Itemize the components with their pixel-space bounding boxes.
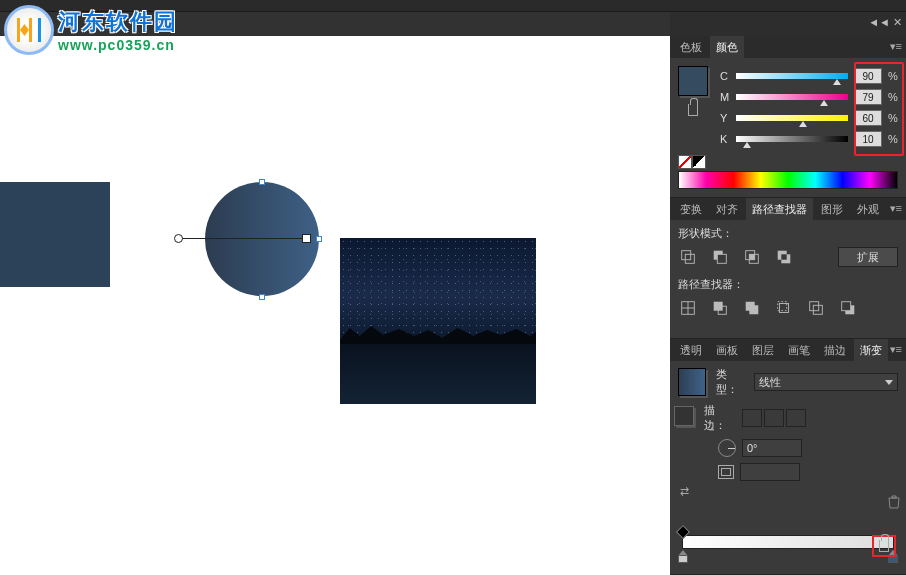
color-spectrum-bar[interactable] xyxy=(678,171,898,189)
panel-collapse-icon[interactable]: ◄◄ ✕ xyxy=(868,16,902,29)
gradient-type-select[interactable]: 线性 xyxy=(754,373,898,391)
svg-rect-20 xyxy=(842,302,851,311)
svg-rect-1 xyxy=(685,254,694,263)
tab-appearance[interactable]: 外观 xyxy=(851,198,885,220)
yellow-value[interactable]: 60 xyxy=(854,110,882,126)
logo-icon xyxy=(11,12,47,48)
svg-rect-9 xyxy=(781,254,786,259)
watermark-logo xyxy=(4,5,54,55)
placed-image[interactable] xyxy=(340,238,536,404)
intersect-icon[interactable] xyxy=(742,247,762,267)
yellow-label: Y xyxy=(720,112,730,124)
lock-icon xyxy=(879,540,889,552)
magenta-value[interactable]: 79 xyxy=(854,89,882,105)
gradient-fill-swatch[interactable] xyxy=(678,368,706,396)
tab-align[interactable]: 对齐 xyxy=(710,198,744,220)
svg-rect-3 xyxy=(717,254,726,263)
fill-color-swatch[interactable] xyxy=(678,66,708,96)
pathfinders-label: 路径查找器： xyxy=(678,277,898,292)
cyan-label: C xyxy=(720,70,730,82)
pathfinder-panel: 变换 对齐 路径查找器 图形 外观 ▾≡ 形状模式： 扩展 路径查找器： xyxy=(670,198,906,339)
artboard[interactable] xyxy=(0,36,670,575)
anchor-point[interactable] xyxy=(259,179,265,185)
svg-rect-17 xyxy=(810,302,819,311)
tab-transform[interactable]: 变换 xyxy=(674,198,708,220)
shape-modes-label: 形状模式： xyxy=(678,226,898,241)
gradient-angle-dial[interactable] xyxy=(718,439,736,457)
crop-icon[interactable] xyxy=(774,298,794,318)
lock-icon xyxy=(688,104,698,116)
cyan-slider[interactable] xyxy=(736,73,848,79)
bw-color-icon[interactable] xyxy=(692,155,706,169)
svg-rect-15 xyxy=(780,304,789,313)
tab-layers[interactable]: 图层 xyxy=(746,339,780,361)
gradient-aspect-field[interactable] xyxy=(740,463,800,481)
gradient-end-handle[interactable] xyxy=(302,234,311,243)
magenta-slider-row: M 79 % xyxy=(720,88,898,106)
rectangle-shape[interactable] xyxy=(0,182,110,287)
svg-rect-18 xyxy=(813,305,822,314)
right-panel-dock: ◄◄ ✕ 色板 颜色 ▾≡ C 90 % M xyxy=(670,12,906,575)
none-color-icon[interactable] xyxy=(678,155,692,169)
minus-back-icon[interactable] xyxy=(838,298,858,318)
panel-menu-icon[interactable]: ▾≡ xyxy=(890,40,902,53)
tab-graphic[interactable]: 图形 xyxy=(815,198,849,220)
magenta-slider[interactable] xyxy=(736,94,848,100)
svg-rect-0 xyxy=(682,251,691,260)
minus-front-icon[interactable] xyxy=(710,247,730,267)
gradient-stroke-swatch[interactable] xyxy=(674,406,694,426)
gradient-annotator-line[interactable] xyxy=(178,238,306,239)
anchor-point[interactable] xyxy=(259,294,265,300)
tab-transparency[interactable]: 透明 xyxy=(674,339,708,361)
panel-menu-icon[interactable]: ▾≡ xyxy=(890,202,902,215)
gradient-stop-left[interactable] xyxy=(678,550,688,562)
percent-sign: % xyxy=(888,70,898,82)
color-panel: 色板 颜色 ▾≡ C 90 % M 79 % xyxy=(670,36,906,198)
outline-icon[interactable] xyxy=(806,298,826,318)
opacity-stop[interactable] xyxy=(676,525,690,539)
black-label: K xyxy=(720,133,730,145)
divide-icon[interactable] xyxy=(678,298,698,318)
gradient-start-handle[interactable] xyxy=(174,234,183,243)
black-slider[interactable] xyxy=(736,136,848,142)
magenta-label: M xyxy=(720,91,730,103)
reverse-gradient-icon[interactable]: ⇄ xyxy=(680,485,694,501)
watermark-title: 河东软件园 xyxy=(58,7,178,37)
gradient-stroke-label: 描边： xyxy=(704,403,736,433)
gradient-panel: 透明 画板 图层 画笔 描边 渐变 ▾≡ 类型： 线性 描边： xyxy=(670,339,906,575)
black-value[interactable]: 10 xyxy=(854,131,882,147)
svg-rect-6 xyxy=(749,254,754,259)
cyan-value[interactable]: 90 xyxy=(854,68,882,84)
trim-icon[interactable] xyxy=(710,298,730,318)
delete-stop-icon[interactable] xyxy=(888,495,900,509)
tab-brushes[interactable]: 画笔 xyxy=(782,339,816,361)
color-panel-tabs: 色板 颜色 ▾≡ xyxy=(670,36,906,58)
black-slider-row: K 10 % xyxy=(720,130,898,148)
stroke-gradient-along-icon[interactable] xyxy=(764,409,784,427)
tab-stroke[interactable]: 描边 xyxy=(818,339,852,361)
anchor-point[interactable] xyxy=(316,236,322,242)
exclude-icon[interactable] xyxy=(774,247,794,267)
gradient-ramp[interactable] xyxy=(682,535,894,549)
yellow-slider[interactable] xyxy=(736,115,848,121)
stroke-gradient-across-icon[interactable] xyxy=(786,409,806,427)
cyan-slider-row: C 90 % xyxy=(720,67,898,85)
percent-sign: % xyxy=(888,91,898,103)
tab-artboards[interactable]: 画板 xyxy=(710,339,744,361)
expand-button[interactable]: 扩展 xyxy=(838,247,898,267)
percent-sign: % xyxy=(888,133,898,145)
tab-color[interactable]: 颜色 xyxy=(710,36,744,58)
percent-sign: % xyxy=(888,112,898,124)
panel-collapse-strip[interactable]: ◄◄ ✕ xyxy=(670,12,906,36)
panel-menu-icon[interactable]: ▾≡ xyxy=(890,343,902,356)
tab-pathfinder[interactable]: 路径查找器 xyxy=(746,198,813,220)
tab-gradient[interactable]: 渐变 xyxy=(854,339,888,361)
gradient-angle-field[interactable]: 0° xyxy=(742,439,802,457)
aspect-ratio-icon xyxy=(718,465,734,479)
unite-icon[interactable] xyxy=(678,247,698,267)
highlight-stop-box xyxy=(872,535,896,557)
tab-swatches[interactable]: 色板 xyxy=(674,36,708,58)
stroke-gradient-within-icon[interactable] xyxy=(742,409,762,427)
document-area xyxy=(0,12,670,575)
merge-icon[interactable] xyxy=(742,298,762,318)
